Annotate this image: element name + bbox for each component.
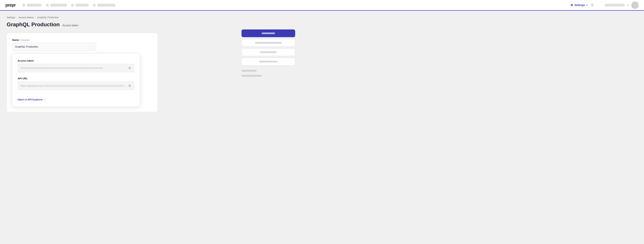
sidebar-text-2 (242, 75, 262, 77)
user-name-placeholder (604, 4, 625, 6)
secondary-btn-1-label (255, 42, 282, 44)
nav-item-2[interactable] (46, 4, 67, 7)
settings-label: Settings (574, 4, 585, 7)
nav-label-4 (97, 4, 116, 7)
nav-label-3 (75, 4, 89, 7)
open-api-explorer-link[interactable]: Open in API Explorer → (18, 98, 46, 101)
secondary-btn-2-label (260, 51, 277, 53)
required-label: Required (20, 39, 30, 41)
logo: prepr (5, 2, 16, 8)
name-input[interactable] (12, 43, 96, 51)
nav-dot-4 (93, 4, 96, 7)
main-content: Settings › Access tokens › GraphQL Produ… (7, 16, 235, 112)
sidebar-primary-button[interactable] (242, 29, 295, 37)
breadcrumb: Settings › Access tokens › GraphQL Produ… (7, 16, 235, 19)
form-card: Name Required Access token XXXXXXXXXXXXX… (7, 33, 158, 112)
sidebar-text-1 (242, 70, 256, 72)
nav-dot-2 (46, 4, 49, 7)
api-url-input-row: https://graphql.prepr.io/XXXXXXXXXXXXXXX… (18, 82, 134, 90)
api-url-label: API URL (18, 77, 134, 80)
navbar-right: ▾ (604, 1, 639, 9)
name-field-label: Name Required (12, 38, 152, 41)
nav-dot-1 (22, 4, 25, 7)
access-token-input-row: XXXXXXXXXXXXXXXXXXXXXXXXXXXXXXXXXXXXXXXX… (18, 64, 134, 72)
breadcrumb-current: GraphQL Production (37, 16, 59, 19)
name-label-text: Name (12, 38, 19, 41)
page-layout: Settings › Access tokens › GraphQL Produ… (0, 11, 302, 117)
navbar: prepr ⚙ Settings ▾ ▾ (0, 0, 644, 11)
right-sidebar (242, 16, 295, 112)
page-title: GraphQL Production (7, 21, 60, 28)
nav-dot-3 (71, 4, 74, 7)
token-popup: Access token XXXXXXXXXXXXXXXXXXXXXXXXXXX… (12, 54, 140, 107)
api-url-field-group: API URL https://graphql.prepr.io/XXXXXXX… (18, 77, 134, 90)
api-url-value: https://graphql.prepr.io/XXXXXXXXXXXXXXX… (20, 85, 126, 87)
page-title-badge: Access token (62, 24, 78, 27)
secondary-btn-3-label (259, 61, 278, 62)
open-api-label: Open in API Explorer → (18, 98, 46, 101)
copy-url-button[interactable]: ⧉ (128, 84, 132, 88)
access-token-field-group: Access token XXXXXXXXXXXXXXXXXXXXXXXXXXX… (18, 59, 134, 72)
nav-item-4[interactable] (93, 4, 116, 7)
breadcrumb-sep-2: › (35, 16, 36, 19)
name-field-group: Name Required (12, 38, 152, 51)
user-chevron-icon: ▾ (628, 4, 628, 6)
nav-dot-center (591, 4, 594, 7)
sidebar-secondary-button-1[interactable] (242, 39, 295, 46)
nav-label-2 (50, 4, 67, 7)
breadcrumb-sep-1: › (16, 16, 18, 19)
gear-icon: ⚙ (570, 3, 573, 7)
nav-item-1[interactable] (22, 4, 42, 7)
primary-btn-label-placeholder (262, 32, 275, 34)
breadcrumb-settings[interactable]: Settings (7, 16, 15, 19)
avatar[interactable] (631, 1, 639, 9)
copy-url-icon: ⧉ (129, 84, 131, 88)
settings-button[interactable]: ⚙ Settings ▾ (568, 2, 590, 8)
copy-token-button[interactable]: ⧉ (128, 66, 132, 70)
access-token-value: XXXXXXXXXXXXXXXXXXXXXXXXXXXXXXXXXXXXXXXX… (20, 67, 126, 69)
breadcrumb-access-tokens[interactable]: Access tokens (18, 16, 34, 19)
sidebar-secondary-button-3[interactable] (242, 58, 295, 65)
copy-icon: ⧉ (129, 66, 131, 70)
navbar-center: ⚙ Settings ▾ (568, 2, 594, 8)
nav-item-3[interactable] (71, 4, 89, 7)
page-title-row: GraphQL Production Access token (7, 21, 235, 28)
chevron-down-icon: ▾ (586, 4, 588, 6)
access-token-label: Access token (18, 59, 134, 62)
nav-label-1 (27, 4, 42, 7)
sidebar-secondary-button-2[interactable] (242, 49, 295, 56)
